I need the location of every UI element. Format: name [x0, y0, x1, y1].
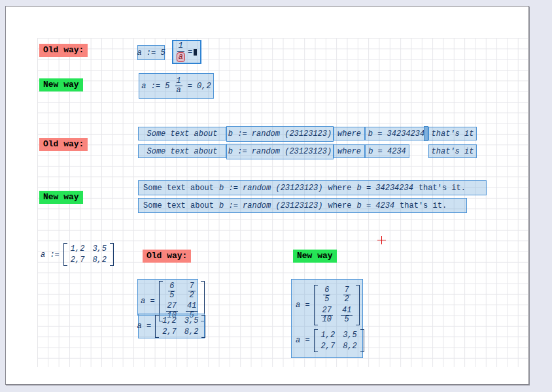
region-frac-error[interactable]: 1a=	[172, 40, 201, 64]
fraction-numerator: 1	[177, 42, 184, 51]
matrix-cell: 1,2	[162, 316, 177, 325]
region-text-tail[interactable]: that's it	[428, 144, 477, 158]
fraction-denominator: 2	[343, 295, 351, 304]
text-content: where	[328, 184, 351, 193]
fraction-denominator: 5	[343, 316, 351, 324]
selection-strip	[424, 126, 428, 141]
region-text[interactable]: Some text about	[138, 144, 226, 158]
math-text: b := random (23123123)	[228, 147, 332, 156]
matrix-bracket-right	[356, 285, 360, 325]
text-content: where	[328, 201, 351, 210]
fraction-denominator: 10	[321, 316, 333, 324]
region-inline-text-math[interactable]: Some text aboutb := random (23123123)whe…	[138, 180, 487, 195]
matrix-bracket-left	[314, 285, 318, 325]
insert-cursor-icon	[377, 236, 386, 244]
region-math-result[interactable]: b = 34234234	[365, 127, 428, 140]
matrix: a = 1,2 3,5 2,7 8,2	[137, 315, 206, 338]
matrix-bracket-left	[63, 243, 67, 266]
matrix-bracket-left	[314, 329, 318, 352]
math-text: b = 34234234	[368, 129, 424, 139]
matrix: 1,2 3,5 2,7 8,2	[63, 243, 114, 266]
matrix-cell: 1,2	[321, 331, 336, 340]
region-text-where[interactable]: where	[334, 144, 365, 158]
math-text: b := random (23123123)	[219, 201, 322, 210]
region-inline-text-math[interactable]: Some text aboutb := random (23123123)whe…	[138, 198, 467, 213]
text-content: that's it	[432, 129, 474, 139]
matrix-lhs: a =	[141, 297, 155, 306]
text-content: where	[337, 129, 361, 139]
old-way-label-3[interactable]: Old way:	[143, 250, 191, 263]
math-text: a := 5	[137, 48, 165, 57]
fraction-numerator: 1	[175, 77, 182, 86]
fraction-numerator: 41	[341, 306, 353, 316]
old-way-label-2[interactable]: Old way:	[39, 138, 88, 151]
region-matrix-result-frac[interactable]: a = 65 72 2710 415	[137, 279, 198, 316]
matrix-lhs: a =	[296, 336, 310, 345]
region-text-tail[interactable]: that's it	[428, 127, 477, 140]
matrix-definition[interactable]: a := 1,2 3,5 2,7 8,2	[41, 243, 114, 266]
matrix: a = 65 72 2710 415	[296, 285, 360, 325]
text-content: that's it.	[419, 184, 466, 193]
text-content: Some text about	[143, 201, 214, 210]
math-text: a := 5	[141, 82, 169, 91]
matrix-cell-fraction: 65	[323, 286, 330, 304]
text-content: Some text about	[143, 184, 214, 193]
result-value: = 0,2	[188, 82, 211, 91]
matrix-cell: 3,5	[343, 331, 357, 340]
fraction-numerator: 6	[323, 286, 330, 295]
fraction-numerator: 6	[168, 282, 175, 291]
text-content: where	[337, 147, 361, 156]
region-math-expr[interactable]: b := random (23123123)	[226, 144, 334, 159]
matrix-cell: 8,2	[343, 342, 357, 351]
cursor-bar	[381, 236, 383, 244]
text-content: that's it.	[400, 201, 447, 210]
region-matrix-results-combined[interactable]: a = 65 72 2710 415 a = 1,2 3,5 2,7 8,2	[291, 279, 363, 358]
matrix-cell-fraction: 72	[343, 286, 351, 304]
matrix-bracket-right	[110, 243, 114, 266]
fraction: 1a	[175, 77, 182, 95]
old-way-label-1[interactable]: Old way:	[39, 44, 88, 57]
fraction-numerator: 7	[343, 286, 351, 295]
fraction-numerator: 27	[166, 302, 178, 311]
matrix-cell-fraction: 2710	[321, 306, 333, 324]
math-text: b := random (23123123)	[219, 184, 322, 193]
fraction-denominator: 5	[168, 291, 175, 300]
matrix-cell: 2,7	[162, 327, 177, 336]
worksheet-page[interactable]	[5, 6, 529, 385]
new-way-label-2[interactable]: New way	[39, 191, 83, 204]
fraction: 1a	[177, 42, 185, 61]
matrix-bracket-right	[360, 329, 364, 352]
math-text: b = 34234234	[356, 184, 413, 193]
region-assign-a[interactable]: a := 5	[137, 45, 165, 60]
fraction-denominator: 2	[188, 291, 196, 300]
error-variable: a	[177, 52, 185, 62]
region-text[interactable]: Some text about	[138, 127, 226, 140]
text-content: that's it	[432, 147, 474, 156]
matrix-cell-fraction: 72	[188, 282, 196, 300]
matrix: a = 1,2 3,5 2,7 8,2	[296, 329, 364, 352]
matrix-cell: 2,7	[321, 342, 336, 351]
matrix-cell-fraction: 65	[168, 282, 175, 300]
math-text: b = 4234	[368, 147, 406, 156]
matrix-cell: 8,2	[92, 255, 107, 265]
new-way-label-1[interactable]: New way	[39, 78, 83, 91]
matrix-cell: 3,5	[184, 316, 199, 325]
fraction-numerator: 27	[321, 306, 333, 316]
matrix-cell: 3,5	[92, 244, 107, 253]
region-assign-eval[interactable]: a := 51a= 0,2	[139, 73, 214, 99]
region-math-result[interactable]: b = 4234	[365, 144, 409, 158]
math-text: b := random (23123123)	[228, 129, 332, 139]
matrix-bracket-left	[155, 315, 159, 338]
matrix-bracket-right	[201, 315, 205, 338]
matrix-cell: 1,2	[71, 244, 85, 253]
matrix-lhs: a =	[137, 321, 152, 331]
new-way-label-3[interactable]: New way	[293, 250, 337, 263]
region-matrix-result-plain[interactable]: a = 1,2 3,5 2,7 8,2	[138, 314, 205, 338]
region-text-where[interactable]: where	[334, 127, 365, 140]
fraction-numerator: 7	[188, 282, 196, 291]
text-content: Some text about	[147, 129, 217, 139]
fraction-numerator: 41	[186, 302, 198, 311]
matrix-cell: 8,2	[184, 327, 199, 336]
matrix-cell-fraction: 415	[341, 306, 353, 324]
region-math-expr[interactable]: b := random (23123123)	[226, 126, 334, 142]
